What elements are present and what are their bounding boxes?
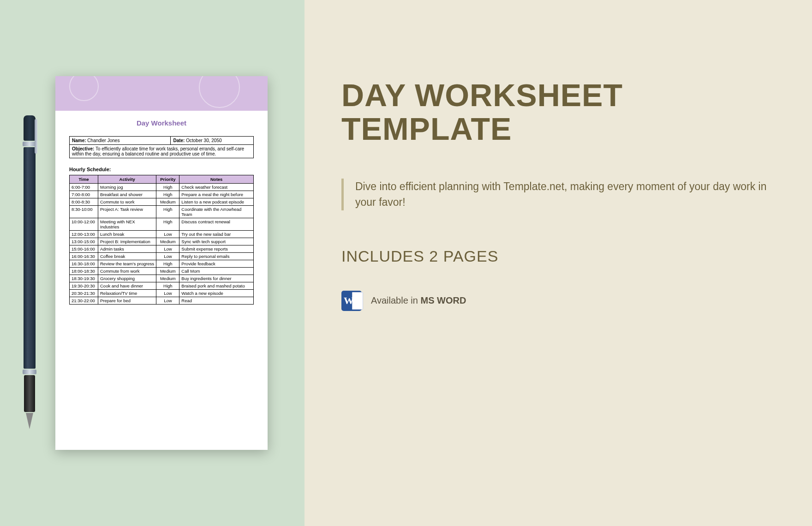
cell-activity: Cook and have dinner [98,282,156,290]
cell-time: 16:00-16:30 [70,253,98,260]
cell-time: 21:30-22:00 [70,297,98,305]
table-row: 6:00-7:00Morning jogHighCheck weather fo… [70,184,254,191]
document-preview: Day Worksheet Name: Chandler Jones Date:… [55,76,268,450]
availability-text: Available in MS WORD [371,295,466,306]
cell-priority: Low [156,253,179,260]
table-row: 12:00-13:00Lunch breakLowTry out the new… [70,231,254,238]
cell-activity: Lunch break [98,231,156,238]
cell-priority: Low [156,297,179,305]
includes-text: INCLUDES 2 PAGES [341,247,775,265]
cell-time: 12:00-13:00 [70,231,98,238]
msword-icon: W [341,291,362,311]
cell-priority: Medium [156,275,179,282]
document-title: Day Worksheet [69,119,254,127]
cell-priority: High [156,218,179,231]
cell-activity: Coffee break [98,253,156,260]
cell-priority: Medium [156,198,179,206]
cell-priority: Medium [156,268,179,275]
cell-time: 16:30-18:00 [70,260,98,268]
table-row: 13:00-15:00Project B: ImplementationMedi… [70,238,254,245]
cell-time: 8:00-8:30 [70,198,98,206]
table-row: 16:00-16:30Coffee breakLowReply to perso… [70,253,254,260]
cell-priority: High [156,206,179,218]
cell-priority: Medium [156,238,179,245]
table-row: 16:30-18:00Review the team's progressHig… [70,260,254,268]
document-header-decoration [55,76,268,111]
schedule-table: Time Activity Priority Notes 6:00-7:00Mo… [69,175,254,305]
objective-value: To efficiently allocate time for work ta… [72,146,244,156]
col-time: Time [70,175,98,184]
cell-notes: Prepare a meal the night before [179,191,254,198]
cell-priority: Low [156,245,179,253]
availability-row: W Available in MS WORD [341,291,775,311]
template-title: DAY WORKSHEET TEMPLATE [341,78,775,146]
cell-notes: Buy ingredients for dinner [179,275,254,282]
meta-table: Name: Chandler Jones Date: October 30, 2… [69,136,254,158]
cell-time: 20:30-21:30 [70,290,98,297]
cell-priority: High [156,260,179,268]
cell-notes: Check weather forecast [179,184,254,191]
cell-notes: Call Mom [179,268,254,275]
cell-time: 15:00-16:00 [70,245,98,253]
cell-activity: Commute from work [98,268,156,275]
cell-priority: High [156,184,179,191]
cell-notes: Watch a new episode [179,290,254,297]
table-row: 8:00-8:30Commute to workMediumListen to … [70,198,254,206]
cell-activity: Review the team's progress [98,260,156,268]
table-row: 7:00-8:00Breakfast and showerHighPrepare… [70,191,254,198]
cell-notes: Reply to personal emails [179,253,254,260]
cell-priority: Low [156,290,179,297]
table-row: 18:30-19:30Grocery shoppingMediumBuy ing… [70,275,254,282]
col-activity: Activity [98,175,156,184]
schedule-heading: Hourly Schedule: [69,167,254,172]
table-row: 21:30-22:00Prepare for bedLowRead [70,297,254,305]
cell-notes: Listen to a new podcast episode [179,198,254,206]
cell-activity: Commute to work [98,198,156,206]
col-notes: Notes [179,175,254,184]
preview-panel: Day Worksheet Name: Chandler Jones Date:… [0,0,304,526]
cell-time: 18:00-18:30 [70,268,98,275]
cell-activity: Meeting with NEX Industries [98,218,156,231]
cell-activity: Morning jog [98,184,156,191]
cell-notes: Braised pork and mashed potato [179,282,254,290]
name-label: Name: [72,138,86,143]
cell-time: 10:00-12:00 [70,218,98,231]
cell-notes: Coordinate with the Arrowhead Team [179,206,254,218]
cell-activity: Grocery shopping [98,275,156,282]
cell-priority: Low [156,231,179,238]
cell-notes: Sync with tech support [179,238,254,245]
cell-activity: Breakfast and shower [98,191,156,198]
cell-notes: Read [179,297,254,305]
cell-activity: Relaxation/TV time [98,290,156,297]
table-row: 8:30-10:00Project A: Task reviewHighCoor… [70,206,254,218]
cell-time: 18:30-19:30 [70,275,98,282]
cell-notes: Discuss contract renewal [179,218,254,231]
cell-time: 19:30-20:30 [70,282,98,290]
info-panel: DAY WORKSHEET TEMPLATE Dive into efficie… [304,0,812,526]
table-row: 19:30-20:30Cook and have dinnerHighBrais… [70,282,254,290]
table-row: 10:00-12:00Meeting with NEX IndustriesHi… [70,218,254,231]
description-text: Dive into efficient planning with Templa… [355,179,775,210]
cell-notes: Submit expense reports [179,245,254,253]
pen-decoration [21,115,38,429]
description-block: Dive into efficient planning with Templa… [341,179,775,210]
cell-time: 13:00-15:00 [70,238,98,245]
cell-activity: Project B: Implementation [98,238,156,245]
cell-time: 6:00-7:00 [70,184,98,191]
date-value: October 30, 2050 [186,138,221,143]
cell-time: 8:30-10:00 [70,206,98,218]
table-row: 15:00-16:00Admin tasksLowSubmit expense … [70,245,254,253]
objective-label: Objective: [72,146,94,151]
date-label: Date: [173,138,185,143]
cell-activity: Project A: Task review [98,206,156,218]
col-priority: Priority [156,175,179,184]
cell-priority: High [156,191,179,198]
cell-activity: Prepare for bed [98,297,156,305]
cell-notes: Provide feedback [179,260,254,268]
cell-activity: Admin tasks [98,245,156,253]
table-row: 18:00-18:30Commute from workMediumCall M… [70,268,254,275]
cell-notes: Try out the new salad bar [179,231,254,238]
cell-priority: High [156,282,179,290]
name-value: Chandler Jones [87,138,119,143]
cell-time: 7:00-8:00 [70,191,98,198]
